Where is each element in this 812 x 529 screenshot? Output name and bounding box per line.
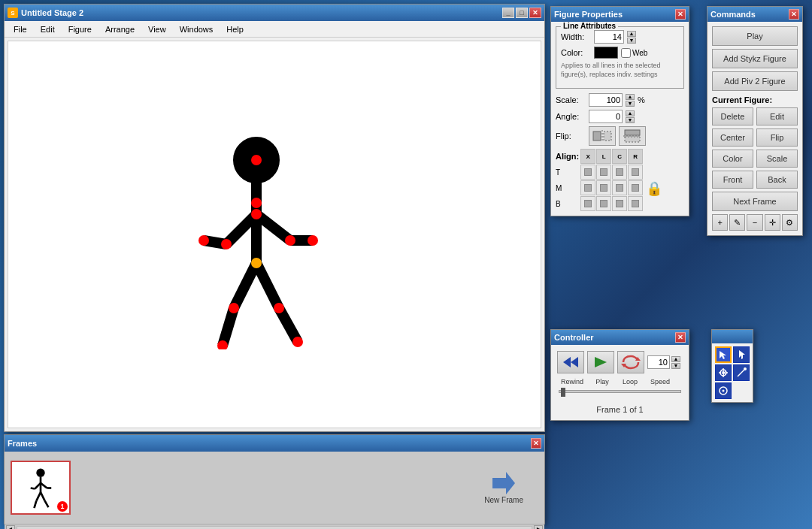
back-button[interactable]: Back [756, 171, 798, 189]
figure-properties-content: Line Attributes Width: ▲ ▼ Color: Web Ap… [551, 22, 689, 216]
menu-figure[interactable]: Figure [62, 23, 98, 35]
select-tool-button[interactable] [733, 346, 750, 363]
new-frame-button[interactable]: New Frame [484, 472, 523, 504]
angle-up-button[interactable]: ▲ [626, 110, 635, 116]
front-button[interactable]: Front [712, 171, 753, 189]
align-RB[interactable] [628, 196, 643, 211]
menu-view[interactable]: View [142, 23, 172, 35]
menu-help[interactable]: Help [220, 23, 250, 35]
scale-button[interactable]: Scale [756, 150, 798, 168]
arrow-tool-icon [718, 349, 729, 360]
width-up-button[interactable]: ▲ [627, 31, 636, 37]
svg-point-12 [251, 198, 262, 208]
lock-icon[interactable]: 🔒 [646, 180, 662, 197]
loop-button[interactable] [617, 351, 644, 373]
align-header-R[interactable]: R [628, 149, 643, 164]
menu-file[interactable]: File [8, 23, 33, 35]
menu-edit[interactable]: Edit [35, 23, 61, 35]
scale-input[interactable] [589, 93, 623, 107]
scroll-track[interactable] [17, 526, 532, 530]
frame-slider-thumb[interactable] [561, 388, 565, 397]
scale-down-button[interactable]: ▼ [626, 101, 635, 107]
controller-close-button[interactable]: ✕ [675, 332, 686, 343]
align-CM[interactable] [612, 180, 627, 195]
align-XB[interactable] [580, 196, 595, 211]
arrow-tool-button[interactable] [715, 346, 732, 363]
flip-horizontal-button[interactable] [589, 126, 616, 146]
controller-title-bar: Controller ✕ [551, 330, 689, 345]
minimize-button[interactable]: _ [502, 8, 514, 18]
edit-icon-button[interactable]: ✎ [729, 214, 745, 231]
menu-windows[interactable]: Windows [174, 23, 220, 35]
move-icon-button[interactable]: ✛ [765, 214, 780, 231]
svg-point-11 [251, 155, 262, 165]
align-LM[interactable] [596, 180, 611, 195]
remove-icon-button[interactable]: − [747, 214, 762, 231]
width-input[interactable] [594, 30, 624, 44]
frame-info: Frame 1 of 1 [557, 405, 683, 414]
web-checkbox-input[interactable] [621, 48, 631, 58]
main-window-title: Untitled Stage 2 [21, 8, 502, 17]
figure-properties-close-button[interactable]: ✕ [675, 9, 686, 20]
speed-down-button[interactable]: ▼ [671, 363, 680, 369]
maximize-button[interactable]: □ [516, 8, 528, 18]
settings-icon-button[interactable]: ⚙ [782, 214, 798, 231]
delete-button[interactable]: Delete [712, 107, 753, 125]
align-header-X[interactable]: X [580, 149, 595, 164]
align-row-M-cells [580, 180, 643, 195]
front-back-row: Front Back [712, 171, 798, 189]
add-stykz-button[interactable]: Add Stykz Figure [712, 49, 798, 68]
web-checkbox[interactable]: Web [621, 48, 647, 58]
align-LT[interactable] [596, 165, 611, 180]
title-bar-controls: _ □ ✕ [502, 8, 541, 18]
add-piv2-button[interactable]: Add Piv 2 Figure [712, 71, 798, 91]
play-cmd-button[interactable]: Play [712, 26, 798, 46]
flip-vertical-icon [622, 128, 643, 144]
speed-up-button[interactable]: ▲ [671, 356, 680, 362]
scale-up-button[interactable]: ▲ [626, 94, 635, 100]
align-CB[interactable] [612, 196, 627, 211]
rewind-icon [563, 355, 578, 369]
stick-figure[interactable] [181, 131, 332, 349]
play-button[interactable] [587, 351, 614, 373]
rewind-button[interactable] [557, 351, 584, 373]
line-tool-button[interactable] [733, 364, 750, 381]
center-button[interactable]: Center [712, 128, 753, 147]
canvas-area[interactable] [8, 41, 541, 428]
frames-scrollbar[interactable]: ◄ ► [5, 524, 544, 529]
scroll-right-button[interactable]: ► [534, 525, 543, 530]
angle-input[interactable] [589, 110, 623, 123]
scroll-left-button[interactable]: ◄ [6, 525, 15, 530]
frame-slider-track[interactable] [559, 390, 681, 393]
flip-cmd-button[interactable]: Flip [756, 128, 798, 147]
align-LB[interactable] [596, 196, 611, 211]
svg-point-21 [274, 303, 284, 313]
align-RT[interactable] [628, 165, 643, 180]
commands-close-button[interactable]: ✕ [789, 9, 799, 20]
align-XM[interactable] [580, 180, 595, 195]
align-row-B-cells [580, 196, 643, 211]
align-header-L[interactable]: L [596, 149, 611, 164]
frames-close-button[interactable]: ✕ [531, 438, 541, 449]
color-button[interactable]: Color [712, 150, 753, 168]
menu-arrange[interactable]: Arrange [99, 23, 141, 35]
width-down-button[interactable]: ▼ [627, 38, 636, 44]
loop-icon [620, 353, 641, 371]
angle-down-button[interactable]: ▼ [626, 117, 635, 123]
align-CT[interactable] [612, 165, 627, 180]
circle-tool-button[interactable] [715, 382, 732, 399]
align-header-C[interactable]: C [612, 149, 627, 164]
svg-marker-47 [739, 350, 745, 359]
svg-line-9 [256, 263, 279, 308]
align-RM[interactable] [628, 180, 643, 195]
close-button[interactable]: ✕ [529, 8, 541, 18]
frame-thumbnail[interactable]: 1 [11, 461, 71, 515]
edit-button[interactable]: Edit [756, 107, 798, 125]
align-XT[interactable] [580, 165, 595, 180]
speed-input[interactable] [647, 355, 670, 369]
rotate-tool-button[interactable]: ✱ [715, 364, 732, 381]
flip-vertical-button[interactable] [619, 126, 646, 146]
next-frame-button[interactable]: Next Frame [712, 192, 798, 211]
add-icon-button[interactable]: + [712, 214, 728, 231]
color-swatch[interactable] [594, 47, 618, 59]
